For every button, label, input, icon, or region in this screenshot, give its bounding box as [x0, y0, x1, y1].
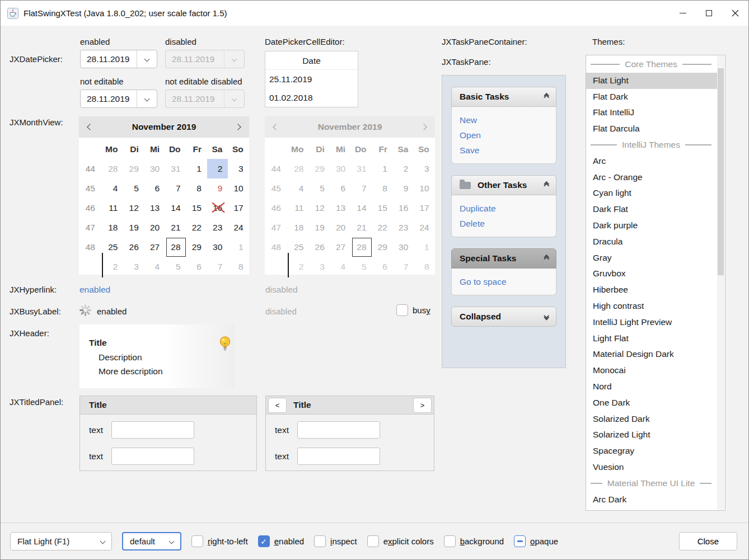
checkbox-busy[interactable]: busy: [396, 304, 430, 316]
table-row[interactable]: 25.11.2019: [265, 70, 358, 88]
day-cell[interactable]: 14: [165, 198, 186, 218]
theme-select[interactable]: Flat Light (F1): [10, 532, 112, 550]
theme-item[interactable]: Gruvbox: [586, 266, 717, 282]
prev-nav-button[interactable]: <: [268, 398, 287, 413]
day-cell[interactable]: 18: [102, 218, 123, 237]
theme-item[interactable]: Flat Darcula: [586, 121, 717, 137]
day-cell[interactable]: 13: [144, 198, 165, 218]
day-cell[interactable]: 4: [102, 178, 123, 198]
theme-item[interactable]: Dracula: [586, 234, 717, 250]
theme-item[interactable]: Cyan light: [586, 185, 717, 201]
monthview-enabled[interactable]: November 2019MoDiMiDoFrSaSo4428293031123…: [79, 116, 249, 275]
day-cell[interactable]: 28: [102, 159, 123, 178]
theme-item[interactable]: Light Flat: [586, 331, 717, 347]
day-cell[interactable]: 16: [207, 198, 228, 218]
checkbox-background[interactable]: background: [444, 535, 504, 547]
hyperlink-enabled[interactable]: enabled: [79, 285, 110, 295]
scrollbar-track[interactable]: [717, 56, 724, 510]
day-cell[interactable]: 7: [165, 178, 186, 198]
day-cell[interactable]: 29: [186, 237, 207, 257]
taskpane-header[interactable]: Collapsed: [451, 307, 556, 327]
day-cell[interactable]: 19: [123, 218, 144, 237]
day-cell[interactable]: 4: [144, 257, 165, 276]
checkbox-explicit-colors[interactable]: explicit colors: [367, 535, 434, 547]
taskpane-action[interactable]: Save: [460, 145, 548, 156]
day-cell[interactable]: 17: [228, 198, 249, 218]
theme-item[interactable]: Gray: [586, 250, 717, 266]
day-cell[interactable]: 21: [165, 218, 186, 237]
taskpane-action[interactable]: Open: [460, 130, 548, 140]
day-cell[interactable]: 11: [102, 198, 123, 218]
theme-item[interactable]: Hiberbee: [586, 282, 717, 298]
taskpane-action[interactable]: Duplicate: [460, 203, 548, 214]
minimize-button[interactable]: [670, 1, 696, 26]
day-cell[interactable]: 24: [228, 218, 249, 237]
font-size-select[interactable]: default: [122, 532, 181, 550]
theme-item[interactable]: Dark purple: [586, 218, 717, 234]
day-cell[interactable]: 10: [228, 178, 249, 198]
taskpane-action[interactable]: New: [460, 115, 548, 125]
scrollbar-thumb[interactable]: [718, 68, 724, 275]
close-button[interactable]: Close: [679, 532, 737, 550]
next-month-button[interactable]: [236, 125, 240, 129]
day-cell[interactable]: 1: [186, 159, 207, 178]
datepicker-enabled[interactable]: 28.11.2019: [80, 50, 157, 68]
theme-item[interactable]: Arc Dark Contrast: [586, 507, 717, 511]
theme-item[interactable]: Vuesion: [586, 459, 717, 476]
theme-item[interactable]: Flat Dark: [586, 89, 717, 105]
theme-item[interactable]: Dark Flat: [586, 201, 717, 218]
theme-item[interactable]: High contrast: [586, 298, 717, 314]
day-cell[interactable]: 31: [165, 159, 186, 178]
maximize-button[interactable]: [696, 1, 722, 26]
text-field[interactable]: [297, 448, 380, 465]
datepicker-dropdown-button[interactable]: [137, 50, 157, 68]
day-cell[interactable]: 30: [144, 159, 165, 178]
theme-item[interactable]: Monocai: [586, 363, 717, 379]
checkbox-inspect[interactable]: inspect: [314, 535, 357, 547]
day-cell[interactable]: 1: [228, 237, 249, 257]
day-cell[interactable]: 2: [207, 159, 228, 178]
theme-item[interactable]: Flat IntelliJ: [586, 105, 717, 121]
taskpane-header[interactable]: Special Tasks: [451, 248, 556, 269]
theme-item[interactable]: Arc: [586, 153, 717, 170]
themes-list[interactable]: Core ThemesFlat LightFlat DarkFlat Intel…: [586, 55, 725, 511]
checkbox-opaque[interactable]: opaque: [514, 535, 558, 547]
day-cell[interactable]: 23: [207, 218, 228, 237]
day-cell[interactable]: 6: [144, 178, 165, 198]
day-cell[interactable]: 7: [207, 257, 228, 276]
checkbox-right-to-left[interactable]: right-to-left: [191, 535, 248, 547]
day-cell[interactable]: 6: [186, 257, 207, 276]
taskpane-header[interactable]: Other Tasks: [451, 175, 556, 195]
next-nav-button[interactable]: >: [413, 398, 432, 413]
day-cell[interactable]: 5: [165, 257, 186, 276]
day-cell[interactable]: 9: [207, 178, 228, 198]
datepicker-dropdown-button[interactable]: [137, 90, 157, 107]
day-cell[interactable]: 3: [123, 257, 144, 276]
day-cell[interactable]: 27: [144, 237, 165, 257]
day-cell[interactable]: 8: [186, 178, 207, 198]
taskpane-action[interactable]: Go to space: [460, 276, 548, 287]
text-field[interactable]: [111, 448, 194, 465]
datepicker-not-editable[interactable]: 28.11.2019: [80, 90, 157, 108]
text-field[interactable]: [111, 421, 194, 439]
taskpane-header[interactable]: Basic Tasks: [451, 87, 556, 107]
day-cell[interactable]: 8: [228, 257, 249, 276]
day-cell[interactable]: 20: [144, 218, 165, 237]
day-cell[interactable]: 26: [123, 237, 144, 257]
theme-item[interactable]: Flat Light: [586, 73, 717, 89]
theme-item[interactable]: Arc - Orange: [586, 170, 717, 186]
theme-item[interactable]: One Dark: [586, 395, 717, 411]
theme-item[interactable]: Nord: [586, 379, 717, 395]
day-cell[interactable]: 12: [123, 198, 144, 218]
day-cell[interactable]: 15: [186, 198, 207, 218]
day-cell[interactable]: 25: [102, 237, 123, 257]
theme-item[interactable]: IntelliJ Light Preview: [586, 314, 717, 331]
text-field[interactable]: [297, 421, 380, 439]
theme-item[interactable]: Solarized Light: [586, 427, 717, 443]
theme-item[interactable]: Material Design Dark: [586, 346, 717, 363]
theme-item[interactable]: Spacegray: [586, 443, 717, 459]
checkbox-enabled[interactable]: ✓enabled: [258, 535, 304, 547]
day-cell[interactable]: 29: [123, 159, 144, 178]
theme-item[interactable]: Arc Dark: [586, 492, 717, 508]
taskpane-action[interactable]: Delete: [460, 218, 548, 229]
